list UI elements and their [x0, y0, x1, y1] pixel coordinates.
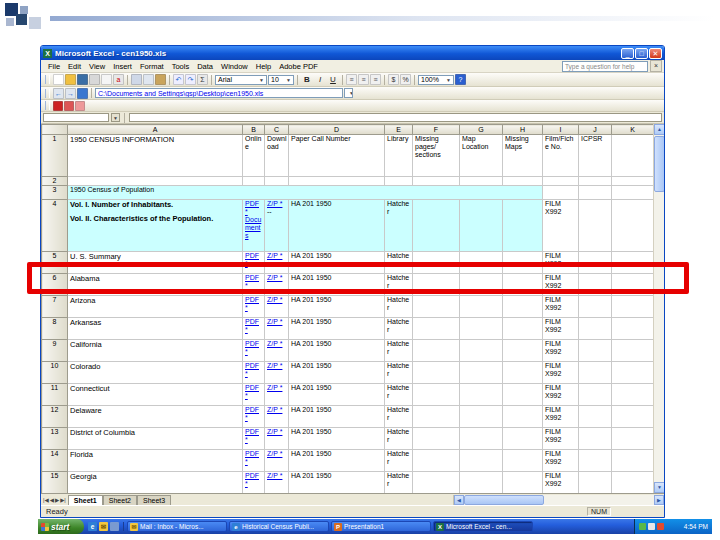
cell[interactable] [612, 450, 654, 472]
pdf-link[interactable]: PDF * [245, 252, 259, 267]
row-header[interactable]: 10 [42, 362, 68, 384]
cell[interactable] [243, 177, 265, 186]
cell[interactable] [460, 296, 503, 318]
menu-help[interactable]: Help [252, 62, 275, 71]
row-header[interactable]: 4 [42, 200, 68, 252]
cell[interactable] [503, 406, 543, 428]
cell[interactable] [503, 252, 543, 274]
cell-library[interactable]: Hatcher [385, 406, 413, 428]
print-icon[interactable] [89, 74, 100, 85]
zp-link[interactable]: Z/P * [267, 472, 282, 479]
copy-icon[interactable] [143, 74, 154, 85]
taskbar-button[interactable]: PPresentation1 [331, 521, 431, 532]
cell[interactable] [68, 177, 243, 186]
cell[interactable] [413, 200, 460, 252]
cell-download[interactable]: Z/P * [265, 450, 289, 472]
cell-call-number[interactable]: HA 201 1950 [289, 384, 385, 406]
cell-online[interactable]: PDF * [243, 406, 265, 428]
row-header[interactable]: 15 [42, 472, 68, 494]
zp-link[interactable]: Z/P * [267, 274, 282, 281]
cell-call-number[interactable]: HA 201 1950 [289, 428, 385, 450]
taskbar-button[interactable]: ✉Mail : Inbox - Micros... [127, 521, 227, 532]
minimize-icon[interactable]: _ [621, 48, 634, 59]
align-right-icon[interactable]: ≡ [370, 74, 381, 85]
help-search-box[interactable]: Type a question for help [562, 61, 648, 72]
cell-online[interactable]: PDF * [243, 450, 265, 472]
scrollbar-thumb[interactable] [464, 495, 544, 505]
scroll-up-icon[interactable]: ▲ [654, 124, 664, 135]
autosum-icon[interactable]: Σ [197, 74, 208, 85]
undo-icon[interactable]: ↶ [173, 74, 184, 85]
scrollbar-thumb[interactable] [654, 136, 664, 192]
cell-online[interactable]: PDF *Documents [243, 200, 265, 252]
scroll-left-icon[interactable]: ◀ [454, 495, 464, 505]
tray-icon[interactable] [657, 523, 664, 530]
taskbar-button[interactable]: eHistorical Census Publi... [229, 521, 329, 532]
cell-library[interactable]: Hatcher [385, 362, 413, 384]
cell[interactable] [503, 450, 543, 472]
outlook-icon[interactable]: ✉ [99, 522, 108, 531]
menu-view[interactable]: View [85, 62, 109, 71]
cell[interactable] [612, 428, 654, 450]
cell[interactable] [543, 177, 579, 186]
cell-film[interactable]: FILM X992 [543, 472, 579, 494]
cell[interactable] [579, 428, 612, 450]
cell[interactable] [503, 318, 543, 340]
cell-online[interactable]: PDF * [243, 296, 265, 318]
cell-library[interactable]: Hatcher [385, 274, 413, 296]
cell[interactable] [413, 274, 460, 296]
vertical-scrollbar[interactable]: ▲ ▼ [653, 124, 664, 493]
cell-download[interactable]: Z/P *-- [265, 200, 289, 252]
menu-insert[interactable]: Insert [109, 62, 136, 71]
cell[interactable] [612, 200, 654, 252]
cell[interactable] [579, 252, 612, 274]
cell[interactable] [612, 135, 654, 177]
scroll-down-icon[interactable]: ▼ [654, 482, 664, 493]
help-icon[interactable]: ? [455, 74, 466, 85]
font-size-select[interactable]: 10 ▼ [268, 75, 294, 85]
cell[interactable] [460, 384, 503, 406]
row-header[interactable]: 11 [42, 384, 68, 406]
column-header-i[interactable]: I [543, 125, 579, 135]
cell[interactable] [460, 274, 503, 296]
cell-download[interactable]: Z/P * [265, 384, 289, 406]
row-header[interactable]: 2 [42, 177, 68, 186]
cell-header-call-number[interactable]: Paper Call Number [289, 135, 385, 177]
cell-header-online[interactable]: Online [243, 135, 265, 177]
zp-link[interactable]: Z/P * [267, 318, 282, 325]
cell[interactable] [579, 200, 612, 252]
cell-call-number[interactable]: HA 201 1950 [289, 200, 385, 252]
cell[interactable] [612, 177, 654, 186]
cell-call-number[interactable]: HA 201 1950 [289, 274, 385, 296]
cell[interactable] [460, 252, 503, 274]
cell-online[interactable]: PDF * [243, 318, 265, 340]
cell[interactable] [460, 406, 503, 428]
cell-state-name[interactable]: U. S. Summary [68, 252, 243, 274]
taskbar-button[interactable]: XMicrosoft Excel - cen... [433, 521, 533, 532]
cell[interactable] [413, 296, 460, 318]
cell[interactable] [460, 428, 503, 450]
cell[interactable] [579, 318, 612, 340]
cell[interactable] [503, 362, 543, 384]
cell-header-missing-maps[interactable]: Missing Maps [503, 135, 543, 177]
currency-icon[interactable]: $ [388, 74, 399, 85]
tray-icon[interactable] [639, 523, 646, 530]
menu-format[interactable]: Format [136, 62, 168, 71]
menu-file[interactable]: File [44, 62, 64, 71]
cell[interactable] [460, 200, 503, 252]
convert-and-email-icon[interactable] [64, 101, 74, 111]
cell-download[interactable]: Z/P * [265, 252, 289, 274]
pdf-link[interactable]: PDF * [245, 362, 259, 377]
zp-link[interactable]: Z/P * [267, 450, 282, 457]
row-header[interactable]: 1 [42, 135, 68, 177]
internet-explorer-icon[interactable]: e [88, 522, 97, 531]
cell-state-name[interactable]: California [68, 340, 243, 362]
row-header[interactable]: 13 [42, 428, 68, 450]
cell-film[interactable]: FILM X992 [543, 406, 579, 428]
row-header[interactable]: 6 [42, 274, 68, 296]
cell-state-name[interactable]: Alabama [68, 274, 243, 296]
cell-film[interactable]: FILM X992 [543, 362, 579, 384]
row-header[interactable]: 5 [42, 252, 68, 274]
toolbar-grip[interactable] [45, 101, 50, 110]
last-sheet-icon[interactable]: ▶| [60, 497, 66, 503]
